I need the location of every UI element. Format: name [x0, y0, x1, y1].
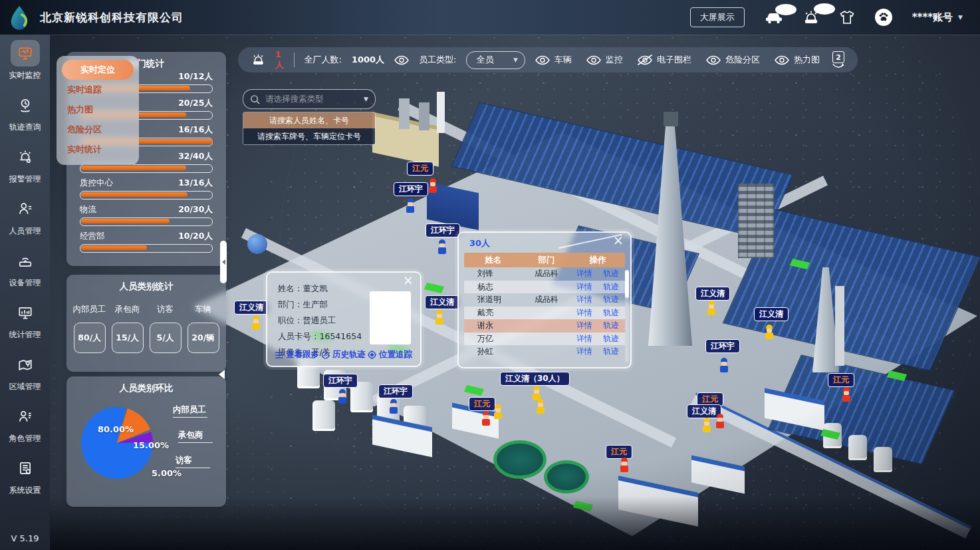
person-map-label[interactable]: 江义清: [695, 287, 730, 301]
sidebar-item-track-query[interactable]: 轨迹查询: [0, 86, 50, 138]
person-map-label[interactable]: 江环宇: [394, 182, 428, 196]
detail-link[interactable]: 详情: [576, 268, 592, 279]
plant-total-value: 1000人: [352, 54, 384, 66]
eye-icon: [706, 55, 721, 65]
worker-figure[interactable]: [428, 178, 437, 194]
search-input[interactable]: 请选择搜索类型 ▼: [243, 89, 376, 109]
person-map-label[interactable]: 江义清: [425, 295, 459, 309]
track-link[interactable]: 轨迹: [603, 320, 619, 331]
worker-figure[interactable]: [406, 198, 415, 214]
detail-link[interactable]: 详情: [576, 346, 592, 357]
person-map-label[interactable]: 江环宇: [705, 339, 740, 353]
layer-toggle[interactable]: 车辆: [535, 54, 572, 66]
list-icon: [275, 352, 283, 358]
worker-figure[interactable]: [435, 310, 444, 326]
worker-figure[interactable]: [707, 301, 716, 317]
vehicle-alert-icon[interactable]: [765, 11, 783, 24]
worker-figure[interactable]: [437, 239, 447, 255]
track-link[interactable]: 轨迹: [603, 294, 619, 305]
history-track-button[interactable]: 历史轨迹: [321, 349, 366, 360]
submenu-item[interactable]: 实时定位: [62, 60, 134, 80]
person-map-label[interactable]: 江元: [407, 162, 433, 176]
layer-toggle[interactable]: 热力图: [775, 54, 820, 66]
track-link[interactable]: 轨迹: [603, 307, 619, 319]
worker-figure[interactable]: [620, 458, 629, 474]
worker-figure[interactable]: [481, 411, 491, 427]
person-map-label[interactable]: 江环宇: [426, 223, 460, 237]
alarm-count[interactable]: 1人: [275, 49, 284, 71]
person-dept: 成品科: [523, 294, 570, 305]
sidebar-item-device-mgmt[interactable]: 设备管理: [0, 242, 50, 294]
search-type-option[interactable]: 请搜索人员姓名、卡号: [243, 112, 375, 128]
detail-link[interactable]: 详情: [576, 281, 592, 293]
panel-collapse-handle[interactable]: [220, 241, 227, 283]
detail-link[interactable]: 详情: [576, 333, 592, 344]
track-link[interactable]: 轨迹: [603, 346, 619, 357]
floor-switch-button[interactable]: 2: [832, 51, 844, 69]
detail-link[interactable]: 详情: [576, 307, 592, 319]
scrollbar-thumb[interactable]: [625, 270, 629, 298]
worker-figure[interactable]: [765, 325, 774, 341]
sidebar-item-role-mgmt[interactable]: 角色管理: [0, 398, 50, 450]
track-link[interactable]: 轨迹: [603, 268, 619, 279]
employee-type-select[interactable]: 全员 ▼: [466, 51, 525, 69]
person-map-label[interactable]: 江义清: [234, 301, 269, 315]
worker-figure[interactable]: [702, 418, 711, 434]
detail-link[interactable]: 详情: [576, 320, 592, 331]
category-stats-panel: 人员类别统计 内部员工承包商访客车辆 80/人15/人5/人20/辆: [66, 275, 226, 372]
category-count-box[interactable]: 80/人: [74, 323, 106, 353]
alarm-alert-icon[interactable]: [803, 10, 819, 25]
person-map-label[interactable]: 江环宇: [323, 374, 358, 388]
category-count-box[interactable]: 20/辆: [187, 323, 219, 353]
worker-figure[interactable]: [493, 404, 503, 420]
dept-count: 20/25人: [178, 98, 213, 109]
close-icon[interactable]: ×: [613, 234, 624, 247]
worker-figure[interactable]: [338, 389, 347, 405]
worker-figure[interactable]: [389, 399, 398, 415]
layer-toggle[interactable]: 危险分区: [706, 54, 760, 66]
submenu-item[interactable]: 实时统计: [57, 140, 139, 160]
employee-type-label: 员工类型:: [419, 54, 456, 66]
table-scrollbar[interactable]: [625, 270, 629, 362]
worker-figure[interactable]: [719, 358, 729, 374]
category-count-box[interactable]: 15/人: [112, 323, 144, 353]
layer-toggle[interactable]: 电子围栏: [638, 54, 691, 66]
submenu-item[interactable]: 危险分区: [57, 120, 139, 140]
sidebar-item-personnel-mgmt[interactable]: 人员管理: [0, 190, 50, 242]
sidebar-item-alarm-mgmt[interactable]: 报警管理: [0, 138, 50, 190]
worker-figure[interactable]: [842, 387, 851, 403]
layer-toggle[interactable]: 监控: [586, 54, 623, 66]
shirt-icon[interactable]: [839, 10, 855, 25]
panel-collapse-arrow-icon[interactable]: [214, 370, 225, 379]
detail-link[interactable]: 详情: [576, 294, 592, 305]
location-track-button[interactable]: 位置追踪: [368, 349, 412, 360]
curved-arrow-icon: [832, 63, 844, 69]
worker-figure[interactable]: [536, 399, 545, 415]
sidebar-item-region-mgmt[interactable]: 区域管理: [0, 346, 50, 398]
track-link[interactable]: 轨迹: [603, 281, 619, 293]
account-menu[interactable]: ****账号 ▼: [912, 11, 963, 24]
view-more-button[interactable]: 查看跟多: [275, 349, 319, 360]
person-map-label[interactable]: 江义清（30人）: [500, 372, 570, 386]
big-screen-button[interactable]: 大屏展示: [690, 7, 745, 27]
sidebar-item-realtime-monitor[interactable]: 实时监控: [0, 35, 50, 86]
close-icon[interactable]: ×: [403, 274, 414, 287]
person-map-label[interactable]: 江环宇: [378, 384, 413, 398]
person-map-label[interactable]: 江元: [469, 397, 495, 411]
eye-icon: [775, 55, 789, 65]
paw-icon[interactable]: [875, 9, 892, 26]
search-type-option[interactable]: 请搜索车牌号、车辆定位卡号: [243, 128, 375, 144]
sidebar-item-statistics-mgmt[interactable]: 统计管理: [0, 294, 50, 346]
person-map-label[interactable]: 江义清: [754, 307, 789, 321]
submenu-item[interactable]: 热力图: [57, 100, 139, 120]
people-table-row: 张道明 成品科 详情 轨迹: [464, 293, 625, 307]
person-map-label[interactable]: 江元: [606, 445, 632, 459]
alarm-bell-icon: [11, 144, 40, 170]
category-count-box[interactable]: 5/人: [150, 323, 182, 353]
person-map-label[interactable]: 江元: [828, 373, 854, 387]
sidebar-item-system-settings[interactable]: 系统设置: [0, 450, 50, 501]
submenu-item[interactable]: 实时追踪: [57, 80, 139, 100]
worker-figure[interactable]: [251, 315, 261, 331]
track-link[interactable]: 轨迹: [603, 333, 619, 344]
worker-figure[interactable]: [715, 414, 725, 430]
